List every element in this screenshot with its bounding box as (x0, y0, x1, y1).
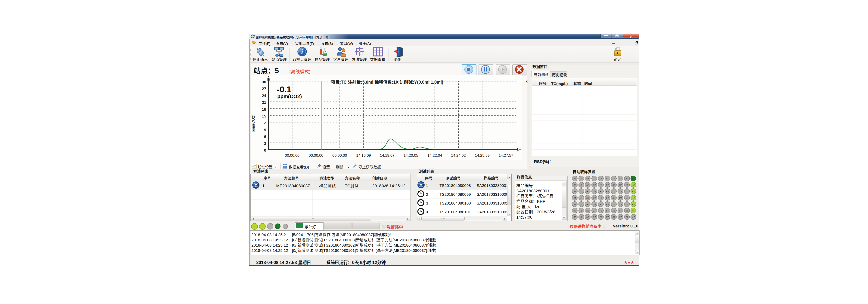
svg-text:i: i (301, 48, 303, 55)
